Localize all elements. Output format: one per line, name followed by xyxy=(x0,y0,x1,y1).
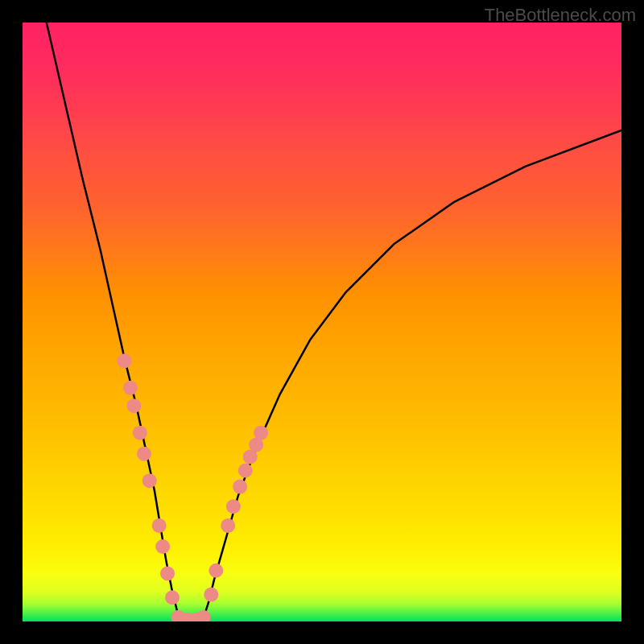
svg-point-7 xyxy=(155,539,170,554)
plot-area xyxy=(23,23,621,621)
svg-point-1 xyxy=(123,381,138,395)
svg-point-6 xyxy=(152,518,167,533)
curve-right xyxy=(202,130,621,621)
svg-point-3 xyxy=(133,426,147,440)
svg-point-13 xyxy=(196,610,211,621)
curve-left xyxy=(47,23,184,621)
data-dots xyxy=(117,353,268,621)
svg-point-8 xyxy=(160,566,175,580)
svg-point-5 xyxy=(142,473,157,488)
svg-point-0 xyxy=(117,353,131,368)
svg-point-15 xyxy=(208,564,223,578)
chart-container: TheBottleneck.com xyxy=(0,0,644,644)
svg-point-19 xyxy=(238,464,253,478)
svg-point-16 xyxy=(221,518,235,533)
svg-point-14 xyxy=(204,588,218,602)
chart-svg xyxy=(23,23,621,621)
svg-point-22 xyxy=(254,426,268,440)
watermark-text: TheBottleneck.com xyxy=(485,5,636,26)
svg-point-18 xyxy=(233,480,247,494)
svg-point-17 xyxy=(226,499,241,514)
svg-point-4 xyxy=(137,447,151,461)
svg-point-2 xyxy=(126,398,141,413)
svg-point-9 xyxy=(165,590,180,605)
